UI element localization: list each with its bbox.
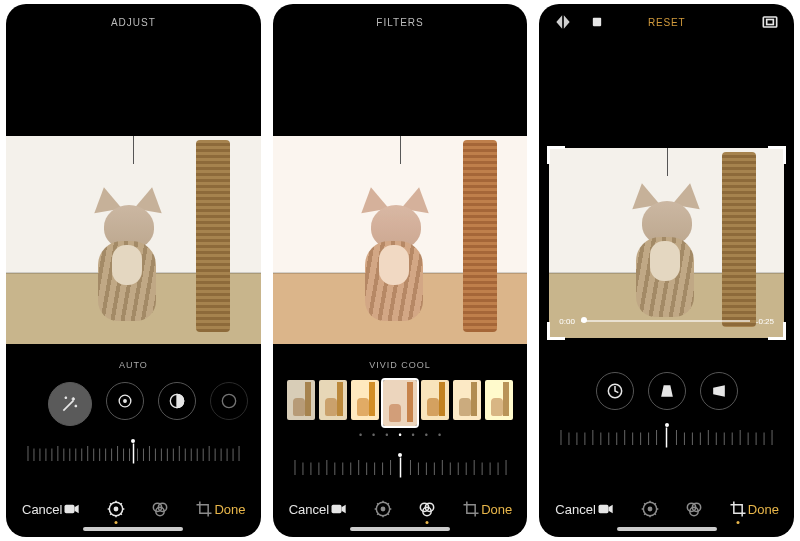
- filter-thumb[interactable]: [421, 380, 449, 420]
- bottom-bar: Cancel Done: [539, 489, 794, 525]
- svg-rect-74: [332, 505, 342, 513]
- home-indicator[interactable]: [83, 527, 183, 531]
- angle-slider[interactable]: [557, 420, 776, 450]
- done-button[interactable]: Done: [748, 502, 779, 517]
- video-icon[interactable]: [596, 499, 616, 519]
- reset-button[interactable]: RESET: [648, 17, 685, 28]
- adjust-icon[interactable]: [106, 499, 126, 519]
- filter-thumb[interactable]: [351, 380, 379, 420]
- filters-icon[interactable]: [150, 499, 170, 519]
- preview-area[interactable]: [273, 136, 528, 344]
- preview-area[interactable]: [6, 136, 261, 344]
- mode-title: ADJUST: [111, 17, 156, 28]
- svg-rect-81: [763, 17, 776, 27]
- brightness-dial[interactable]: [158, 382, 196, 420]
- home-indicator[interactable]: [617, 527, 717, 531]
- crop-icon[interactable]: [194, 499, 214, 519]
- svg-point-1: [124, 400, 127, 403]
- svg-rect-111: [598, 505, 608, 513]
- phone-screen-crop: RESET 0:00: [539, 4, 794, 537]
- svg-point-76: [381, 507, 384, 510]
- filter-thumb-selected[interactable]: [383, 380, 417, 426]
- photo: [6, 136, 261, 344]
- photo: [273, 136, 528, 344]
- video-icon[interactable]: [329, 499, 349, 519]
- crop-preview[interactable]: 0:00 -0:25: [539, 148, 794, 338]
- crop-frame[interactable]: [549, 148, 784, 338]
- intensity-slider[interactable]: [291, 450, 510, 480]
- controls-area: VIVID COOL •••••••: [273, 344, 528, 537]
- auto-dial[interactable]: [48, 382, 92, 426]
- bottom-bar: Cancel Done: [6, 489, 261, 525]
- wand-icon: [60, 394, 80, 414]
- video-icon[interactable]: [62, 499, 82, 519]
- perspective-v-icon: [657, 381, 677, 401]
- adjust-icon[interactable]: [640, 499, 660, 519]
- cancel-button[interactable]: Cancel: [289, 502, 329, 517]
- next-dial[interactable]: [210, 382, 248, 420]
- exposure-dial[interactable]: [106, 382, 144, 420]
- horizontal-dial[interactable]: [700, 372, 738, 410]
- svg-rect-41: [65, 505, 75, 513]
- crop-icon[interactable]: [728, 499, 748, 519]
- filters-icon[interactable]: [684, 499, 704, 519]
- exposure-icon: [115, 391, 135, 411]
- cancel-button[interactable]: Cancel: [22, 502, 62, 517]
- crop-icon[interactable]: [461, 499, 481, 519]
- video-scrubber[interactable]: 0:00 -0:25: [559, 314, 774, 328]
- filters-strip[interactable]: [273, 380, 528, 426]
- highlight-icon: [219, 391, 239, 411]
- adjust-icon[interactable]: [373, 499, 393, 519]
- filter-name-label: VIVID COOL: [369, 360, 431, 370]
- vertical-dial[interactable]: [648, 372, 686, 410]
- filter-thumb[interactable]: [453, 380, 481, 420]
- svg-point-3: [223, 394, 236, 407]
- filter-thumb[interactable]: [287, 380, 315, 420]
- controls-area: AUTO: [6, 344, 261, 537]
- mode-title: FILTERS: [376, 17, 423, 28]
- dial-row: [596, 372, 738, 410]
- value-slider[interactable]: [24, 436, 243, 466]
- home-indicator[interactable]: [350, 527, 450, 531]
- filter-dots: •••••••: [359, 430, 441, 440]
- crop-handle-tl[interactable]: [547, 146, 565, 164]
- top-bar: ADJUST: [6, 4, 261, 40]
- perspective-h-icon: [709, 381, 729, 401]
- scrub-remaining: -0:25: [756, 317, 774, 326]
- adjust-mode-label: AUTO: [119, 360, 148, 370]
- filter-thumb[interactable]: [319, 380, 347, 420]
- straighten-icon: [605, 381, 625, 401]
- cancel-button[interactable]: Cancel: [555, 502, 595, 517]
- filter-thumb[interactable]: [485, 380, 513, 420]
- svg-point-43: [115, 507, 118, 510]
- svg-rect-80: [593, 18, 601, 26]
- scrub-current: 0:00: [559, 317, 575, 326]
- svg-rect-82: [767, 20, 774, 25]
- done-button[interactable]: Done: [214, 502, 245, 517]
- dial-row: [48, 382, 218, 426]
- rotate-icon[interactable]: [587, 12, 607, 32]
- flip-icon[interactable]: [553, 12, 573, 32]
- filters-icon[interactable]: [417, 499, 437, 519]
- top-bar: RESET: [539, 4, 794, 40]
- contrast-icon: [167, 391, 187, 411]
- svg-point-113: [648, 507, 651, 510]
- straighten-dial[interactable]: [596, 372, 634, 410]
- done-button[interactable]: Done: [481, 502, 512, 517]
- controls-area: Cancel Done: [539, 338, 794, 537]
- top-bar: FILTERS: [273, 4, 528, 40]
- bottom-bar: Cancel Done: [273, 489, 528, 525]
- phone-screen-adjust: ADJUST AUTO: [6, 4, 261, 537]
- crop-handle-tr[interactable]: [768, 146, 786, 164]
- aspect-icon[interactable]: [760, 12, 780, 32]
- phone-screen-filters: FILTERS VIVID COOL •••••••: [273, 4, 528, 537]
